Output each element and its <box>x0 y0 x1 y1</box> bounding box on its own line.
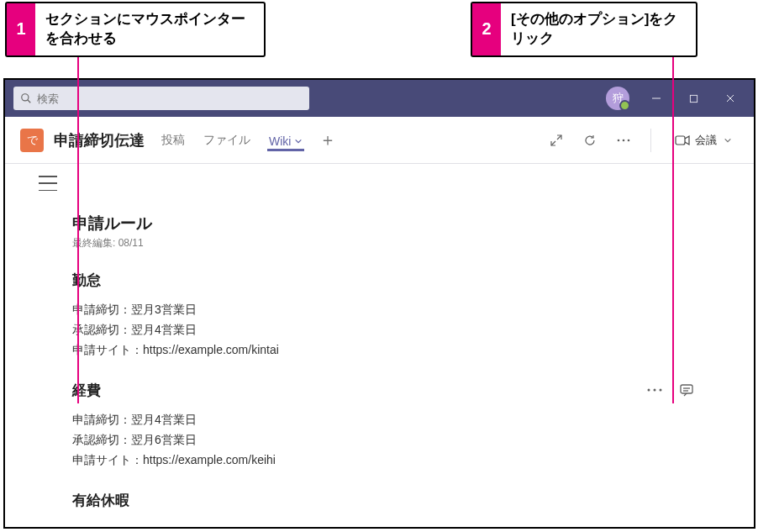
chevron-down-icon <box>294 137 303 145</box>
last-edited-label: 最終編集: 08/11 <box>72 236 730 250</box>
section-line: 申請サイト：https://example.com/keihi <box>72 450 730 471</box>
callout-text: [その他のオプション]をクリック <box>501 3 696 55</box>
svg-point-18 <box>648 389 650 392</box>
wiki-page-title[interactable]: 申請ルール <box>72 213 730 234</box>
section-actions <box>645 380 697 400</box>
svg-point-9 <box>623 139 625 141</box>
wiki-section[interactable]: 経費申請締切：翌月4営業日承認締切：翌月6営業日申請サイト：https://ex… <box>72 380 730 470</box>
section-title[interactable]: 有給休暇 <box>72 491 129 510</box>
section-content[interactable]: 申請締切：翌月3営業日承認締切：翌月4営業日申請サイト：https://exam… <box>72 300 730 360</box>
section-conversation-button[interactable] <box>676 380 697 400</box>
avatar[interactable]: 狩 <box>606 87 629 110</box>
add-tab-button[interactable]: ＋ <box>319 129 336 151</box>
meet-label: 会議 <box>695 133 717 148</box>
wiki-body: 申請ルール 最終編集: 08/11 勤怠申請締切：翌月3営業日承認締切：翌月4営… <box>5 164 754 510</box>
tab-posts[interactable]: 投稿 <box>160 129 187 151</box>
section-header: 有給休暇 <box>72 491 730 510</box>
svg-line-1 <box>28 100 31 103</box>
refresh-button[interactable] <box>580 130 600 150</box>
wiki-section[interactable]: 有給休暇 <box>72 491 730 510</box>
window-close-button[interactable] <box>712 80 749 117</box>
svg-rect-3 <box>690 95 697 102</box>
more-options-button[interactable] <box>613 130 634 150</box>
callout-number: 1 <box>7 3 35 55</box>
svg-point-8 <box>618 139 620 141</box>
search-box[interactable] <box>13 87 309 110</box>
titlebar: 狩 <box>5 80 754 117</box>
tab-wiki-label: Wiki <box>269 134 291 148</box>
section-line: 申請サイト：https://example.com/kintai <box>72 340 730 361</box>
section-more-options-button[interactable] <box>645 380 665 400</box>
section-header: 勤怠 <box>72 271 730 290</box>
tab-wiki[interactable]: Wiki <box>267 131 304 151</box>
window-maximize-button[interactable] <box>675 80 712 117</box>
hamburger-menu-button[interactable] <box>39 176 57 191</box>
section-line: 承認締切：翌月4営業日 <box>72 320 730 340</box>
callout-1: 1 セクションにマウスポインターを合わせる <box>5 2 266 57</box>
tab-strip: 投稿 ファイル Wiki ＋ <box>160 129 336 151</box>
svg-line-7 <box>551 141 555 145</box>
svg-point-10 <box>628 139 630 141</box>
section-content[interactable]: 申請締切：翌月4営業日承認締切：翌月6営業日申請サイト：https://exam… <box>72 410 730 470</box>
wiki-content: 申請ルール 最終編集: 08/11 勤怠申請締切：翌月3営業日承認締切：翌月4営… <box>72 172 730 510</box>
header-actions: 会議 <box>546 129 739 152</box>
team-avatar[interactable]: で <box>20 129 44 152</box>
svg-point-20 <box>660 389 662 392</box>
expand-button[interactable] <box>546 130 566 150</box>
video-icon <box>675 134 690 146</box>
chevron-down-icon <box>724 136 732 145</box>
callout-text: セクションにマウスポインターを合わせる <box>35 3 264 55</box>
divider <box>650 129 651 152</box>
search-icon <box>20 92 32 104</box>
section-line: 申請締切：翌月3営業日 <box>72 300 730 320</box>
tab-files[interactable]: ファイル <box>202 129 252 151</box>
channel-header: で 申請締切伝達 投稿 ファイル Wiki ＋ 会議 <box>5 117 754 164</box>
channel-name: 申請締切伝達 <box>54 130 145 150</box>
leader-line-1 <box>77 54 79 403</box>
wiki-section[interactable]: 勤怠申請締切：翌月3営業日承認締切：翌月4営業日申請サイト：https://ex… <box>72 271 730 360</box>
svg-point-0 <box>22 94 29 101</box>
leader-line-2 <box>672 54 674 403</box>
teams-window: 狩 で 申請締切伝達 投稿 ファイル Wiki ＋ <box>3 78 755 529</box>
section-header: 経費 <box>72 380 730 400</box>
svg-rect-21 <box>681 385 692 393</box>
callout-2: 2 [その他のオプション]をクリック <box>471 2 697 57</box>
callout-number: 2 <box>472 3 501 55</box>
section-line: 申請締切：翌月4営業日 <box>72 410 730 430</box>
section-line: 承認締切：翌月6営業日 <box>72 430 730 450</box>
window-minimize-button[interactable] <box>638 80 675 117</box>
meet-button[interactable]: 会議 <box>668 129 739 151</box>
svg-rect-11 <box>676 136 685 145</box>
svg-line-6 <box>557 135 561 140</box>
svg-point-19 <box>654 389 656 392</box>
